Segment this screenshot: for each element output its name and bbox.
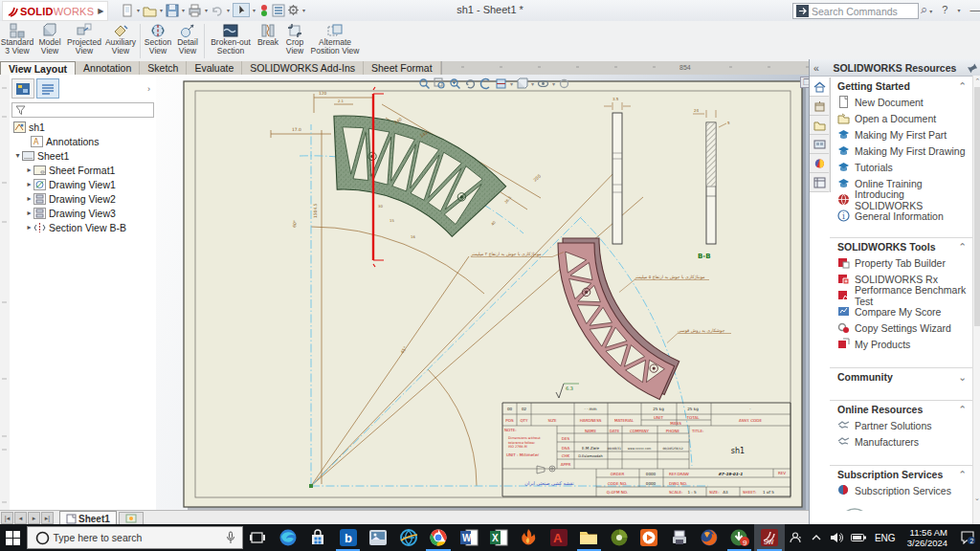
solidworks-taskbar-icon[interactable]: SW xyxy=(754,524,784,551)
link-making-first-part[interactable]: Making My First Part xyxy=(830,126,972,143)
auxiliary-view-button[interactable]: AuxiliaryView xyxy=(103,21,138,61)
tab-sheet-format[interactable]: Sheet Format xyxy=(364,61,441,75)
break-button[interactable]: Break xyxy=(255,21,281,61)
idm-taskbar-icon[interactable]: 9 xyxy=(724,524,754,551)
edge-taskbar-icon[interactable] xyxy=(273,524,302,551)
collapse-icon[interactable]: ⌃ xyxy=(958,404,967,415)
solidworks-logo[interactable]: SOLIDWORKS ▶ xyxy=(2,1,108,21)
link-open-document[interactable]: Open a Document xyxy=(830,110,972,126)
previous-view-icon[interactable] xyxy=(479,77,492,90)
people-icon[interactable] xyxy=(785,524,806,551)
chrome-taskbar-icon[interactable] xyxy=(423,524,453,551)
tree-item-drawing-view2[interactable]: ▸ Drawing View2 xyxy=(10,191,156,206)
display-style-icon[interactable] xyxy=(516,77,528,90)
tree-item-annotations[interactable]: A Annotations xyxy=(10,134,156,148)
property-manager-tab[interactable] xyxy=(36,78,59,99)
zoom-area-icon[interactable] xyxy=(434,77,446,90)
broken-out-section-button[interactable]: Broken-outSection xyxy=(207,21,255,61)
taskbar-search-box[interactable]: Type here to search xyxy=(27,526,243,549)
collapse-icon[interactable]: ⌃ xyxy=(958,241,967,253)
tree-item-root[interactable]: sh1 xyxy=(10,120,156,134)
print-icon[interactable] xyxy=(188,4,202,17)
section-view-button[interactable]: SectionView xyxy=(143,21,173,61)
design-library-tab[interactable] xyxy=(810,97,829,116)
section-view-hud-icon[interactable] xyxy=(495,77,507,90)
link-performance-benchmark[interactable]: Performance Benchmark Test xyxy=(830,287,972,303)
zoom-icon[interactable] xyxy=(449,77,461,90)
collapse-pane-icon[interactable]: « xyxy=(810,62,823,74)
file-explorer-taskbar-icon[interactable] xyxy=(574,524,604,551)
prev-sheet-button[interactable]: ◂ xyxy=(14,512,27,524)
undo-icon[interactable] xyxy=(211,4,224,17)
tree-item-section-view-bb[interactable]: ▸ Section View B-B xyxy=(10,220,156,234)
open-document-icon[interactable] xyxy=(143,4,157,17)
first-sheet-button[interactable]: |◂ xyxy=(1,512,13,524)
tree-item-sheet1[interactable]: ▾ Sheet1 xyxy=(10,148,156,163)
excel-taskbar-icon[interactable]: X xyxy=(483,524,513,551)
action-center-icon[interactable]: 2 xyxy=(955,524,980,551)
collapse-icon[interactable]: ⌃ xyxy=(958,80,967,92)
photos-taskbar-icon[interactable] xyxy=(363,524,392,551)
fax-printer-taskbar-icon[interactable] xyxy=(664,524,694,551)
appearances-tab[interactable] xyxy=(810,154,829,173)
search-icon[interactable]: ⌕▾ xyxy=(921,2,934,17)
green-app-taskbar-icon[interactable] xyxy=(604,524,634,551)
word-taskbar-icon[interactable]: W xyxy=(454,524,483,551)
collapse-icon[interactable]: ⌃ xyxy=(958,469,967,480)
flyout-arrow-icon[interactable]: ▶ xyxy=(98,7,103,15)
link-partner-solutions[interactable]: Partner Solutions xyxy=(830,417,972,433)
microphone-icon[interactable] xyxy=(225,531,236,544)
link-property-tab-builder[interactable]: Property Tab Builder xyxy=(830,254,972,271)
next-sheet-button[interactable]: ▸ xyxy=(28,512,40,524)
projected-view-button[interactable]: ProjectedView xyxy=(65,21,103,61)
tree-item-drawing-view1[interactable]: ▸ Drawing View1 xyxy=(10,177,156,191)
select-tool-button[interactable] xyxy=(233,3,250,17)
view-settings-icon[interactable] xyxy=(558,77,570,90)
standard-3-view-button[interactable]: Standard3 View xyxy=(0,21,34,61)
resources-tab[interactable] xyxy=(810,77,829,97)
autocad-taskbar-icon[interactable]: A xyxy=(544,524,573,551)
minimize-button[interactable]: — xyxy=(969,4,980,15)
hide-show-items-icon[interactable] xyxy=(537,77,549,90)
internet-explorer-taskbar-icon[interactable] xyxy=(393,524,423,551)
task-view-button[interactable] xyxy=(243,524,273,551)
alternate-position-view-button[interactable]: AlternatePosition View xyxy=(308,21,362,61)
add-sheet-tab[interactable] xyxy=(119,512,144,524)
link-copy-settings-wizard[interactable]: Copy Settings Wizard xyxy=(830,320,972,336)
link-introducing-solidworks[interactable]: Introducing SOLIDWORKS xyxy=(830,191,972,208)
panel-expand-arrow[interactable]: › xyxy=(147,84,154,94)
custom-properties-tab[interactable] xyxy=(810,173,829,192)
media-player-taskbar-icon[interactable] xyxy=(635,524,664,551)
tree-filter-box[interactable] xyxy=(11,102,154,118)
store-taskbar-icon[interactable] xyxy=(303,524,333,551)
save-icon[interactable] xyxy=(166,4,179,17)
tab-solidworks-add-ins[interactable]: SOLIDWORKS Add-Ins xyxy=(242,61,364,75)
tab-sketch[interactable]: Sketch xyxy=(140,61,187,75)
link-tutorials[interactable]: Tutorials xyxy=(830,159,972,175)
expand-icon[interactable]: ⌄ xyxy=(958,371,967,383)
firefox-taskbar-icon[interactable] xyxy=(694,524,724,551)
detail-view-button[interactable]: DetailView xyxy=(173,21,202,61)
file-explorer-tab[interactable] xyxy=(810,116,829,135)
drawing-viewport[interactable]: 120 2.1 17.0 1504.5 60° 45° 240 141 200 … xyxy=(156,75,809,510)
model-view-button[interactable]: ModelView xyxy=(34,21,65,61)
flame-app-taskbar-icon[interactable] xyxy=(514,524,544,551)
taskbar-clock[interactable]: 11:56 AM 3/26/2024 xyxy=(907,527,947,548)
volume-icon[interactable] xyxy=(827,524,846,551)
link-making-first-drawing[interactable]: Making My First Drawing xyxy=(830,143,972,159)
language-indicator[interactable]: ENG xyxy=(871,533,900,543)
link-new-document[interactable]: New Document xyxy=(830,94,972,110)
rotate-view-icon[interactable] xyxy=(464,77,477,90)
task-pane-scrollbar[interactable]: ⌃⌄ xyxy=(972,76,980,525)
options-list-icon[interactable] xyxy=(272,4,285,17)
start-button[interactable] xyxy=(0,524,27,551)
new-document-icon[interactable] xyxy=(121,4,134,17)
zoom-fit-icon[interactable] xyxy=(418,77,431,90)
pin-icon[interactable] xyxy=(967,62,978,74)
tree-item-drawing-view3[interactable]: ▸ Drawing View3 xyxy=(10,206,156,220)
crop-view-button[interactable]: CropView xyxy=(281,21,308,61)
battery-icon[interactable] xyxy=(848,524,869,551)
settings-gear-icon[interactable] xyxy=(287,4,300,16)
hidden-icons-chevron[interactable] xyxy=(808,524,825,551)
link-subscription-services[interactable]: Subscription Services xyxy=(830,482,972,498)
